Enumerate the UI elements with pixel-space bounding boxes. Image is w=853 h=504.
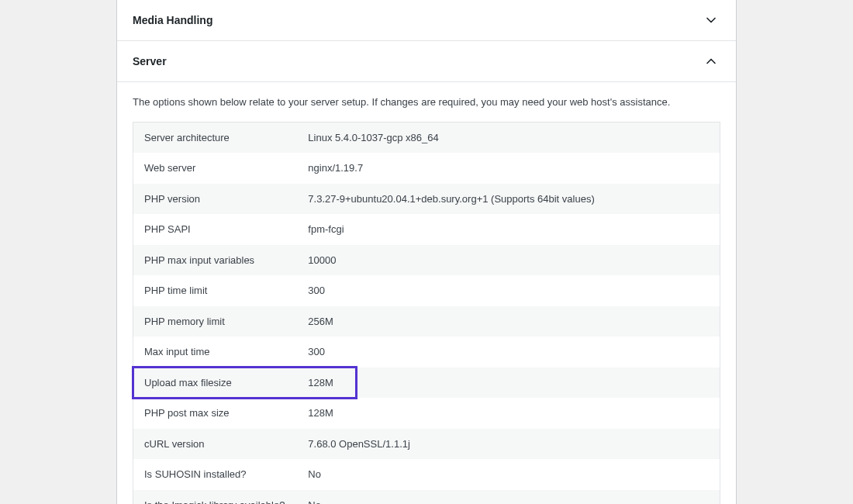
media-handling-panel-header[interactable]: Media Handling — [117, 0, 736, 41]
server-description: The options shown below relate to your s… — [133, 95, 720, 110]
info-label: Is the Imagick library available? — [133, 490, 298, 505]
info-label: Is SUHOSIN installed? — [133, 459, 298, 490]
table-row: Server architectureLinux 5.4.0-1037-gcp … — [133, 122, 720, 153]
health-check-container: Media Handling Server The options shown … — [116, 0, 737, 504]
info-label: Max input time — [133, 337, 298, 368]
table-row: Upload max filesize128M — [133, 368, 720, 399]
table-row: PHP version7.3.27-9+ubuntu20.04.1+deb.su… — [133, 184, 720, 215]
server-panel-body: The options shown below relate to your s… — [117, 82, 736, 504]
info-value: 300 — [297, 275, 720, 306]
info-value: 128M — [297, 398, 720, 429]
info-value: No — [297, 490, 720, 505]
info-value: fpm-fcgi — [297, 214, 720, 245]
table-row: PHP post max size128M — [133, 398, 720, 429]
chevron-up-icon — [702, 52, 720, 71]
server-info-table: Server architectureLinux 5.4.0-1037-gcp … — [133, 122, 720, 505]
info-label: PHP memory limit — [133, 306, 298, 337]
table-row: PHP max input variables10000 — [133, 245, 720, 276]
info-label: cURL version — [133, 429, 298, 460]
info-value: 128M — [297, 368, 720, 399]
info-label: PHP post max size — [133, 398, 298, 429]
info-value: No — [297, 459, 720, 490]
info-label: Upload max filesize — [133, 368, 298, 399]
info-label: PHP max input variables — [133, 245, 298, 276]
table-row: PHP time limit300 — [133, 275, 720, 306]
info-label: PHP version — [133, 184, 298, 215]
table-row: Web servernginx/1.19.7 — [133, 153, 720, 184]
info-value: 7.68.0 OpenSSL/1.1.1j — [297, 429, 720, 460]
table-row: Is SUHOSIN installed?No — [133, 459, 720, 490]
media-handling-title: Media Handling — [133, 14, 212, 26]
info-value: nginx/1.19.7 — [297, 153, 720, 184]
info-value: 10000 — [297, 245, 720, 276]
info-value: 256M — [297, 306, 720, 337]
table-row: cURL version7.68.0 OpenSSL/1.1.1j — [133, 429, 720, 460]
table-row: Is the Imagick library available?No — [133, 490, 720, 505]
info-label: Server architecture — [133, 122, 298, 153]
info-value: 7.3.27-9+ubuntu20.04.1+deb.sury.org+1 (S… — [297, 184, 720, 215]
info-label: PHP time limit — [133, 275, 298, 306]
server-title: Server — [133, 55, 167, 67]
info-label: Web server — [133, 153, 298, 184]
chevron-down-icon — [702, 11, 720, 29]
info-value: 300 — [297, 337, 720, 368]
table-row: Max input time300 — [133, 337, 720, 368]
table-row: PHP SAPIfpm-fcgi — [133, 214, 720, 245]
info-label: PHP SAPI — [133, 214, 298, 245]
server-panel-header[interactable]: Server — [117, 41, 736, 82]
info-value: Linux 5.4.0-1037-gcp x86_64 — [297, 122, 720, 153]
table-row: PHP memory limit256M — [133, 306, 720, 337]
